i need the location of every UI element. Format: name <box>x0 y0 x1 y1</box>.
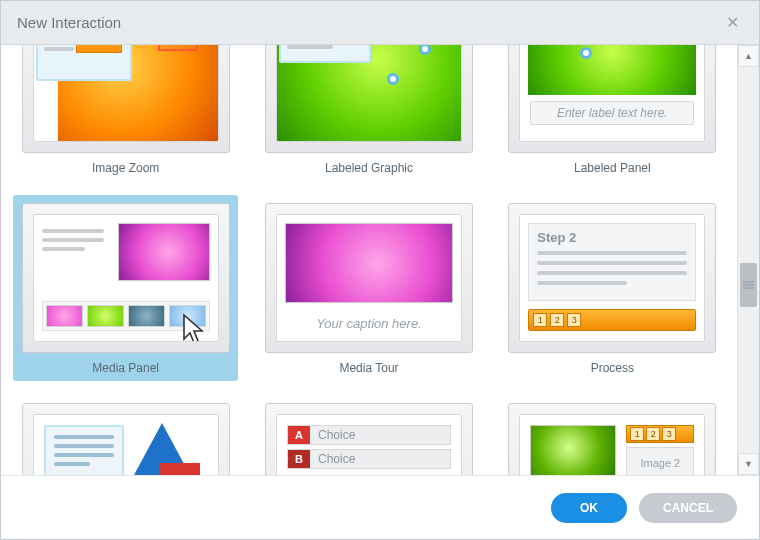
thumbnail <box>22 45 230 153</box>
dialog-footer: OK CANCEL <box>1 475 759 539</box>
scroll-thumb[interactable] <box>740 263 757 307</box>
thumbnail <box>22 403 230 475</box>
item-label: Image Zoom <box>92 161 159 175</box>
item-process[interactable]: Step 2 1 2 3 Process <box>500 195 725 381</box>
thumbnail: Enter label text here. <box>508 45 716 153</box>
new-interaction-dialog: New Interaction ✕ <box>0 0 760 540</box>
dialog-title: New Interaction <box>17 14 722 31</box>
item-label: Labeled Graphic <box>325 161 413 175</box>
scroll-up-button[interactable]: ▲ <box>738 45 759 67</box>
caption-placeholder: Your caption here. <box>277 316 461 331</box>
process-step-label: Step 2 <box>537 230 687 245</box>
item-labeled-graphic[interactable]: Labeled Graphic <box>256 45 481 181</box>
thumbnail: 1 2 3 Image 2 <box>508 403 716 475</box>
thumbnail <box>265 45 473 153</box>
thumbnail <box>22 203 230 353</box>
scroll-track[interactable] <box>738 67 759 453</box>
thumbnail: A Choice B Choice <box>265 403 473 475</box>
ok-button[interactable]: OK <box>551 493 627 523</box>
label-input-placeholder: Enter label text here. <box>530 101 694 125</box>
scroll-down-button[interactable]: ▼ <box>738 453 759 475</box>
titlebar: New Interaction ✕ <box>1 1 759 45</box>
item-label: Media Tour <box>339 361 398 375</box>
close-icon[interactable]: ✕ <box>722 9 743 36</box>
cancel-button[interactable]: CANCEL <box>639 493 737 523</box>
scrollbar[interactable]: ▲ ▼ <box>737 45 759 475</box>
cursor-icon <box>180 313 210 342</box>
thumbnail: Step 2 1 2 3 <box>508 203 716 353</box>
item-row3-c[interactable]: 1 2 3 Image 2 <box>500 395 725 475</box>
item-label: Labeled Panel <box>574 161 651 175</box>
item-label: Process <box>591 361 634 375</box>
item-image-zoom[interactable]: Image Zoom <box>13 45 238 181</box>
item-row3-b[interactable]: A Choice B Choice <box>256 395 481 475</box>
item-media-tour[interactable]: Your caption here. Media Tour <box>256 195 481 381</box>
item-labeled-panel[interactable]: Enter label text here. Labeled Panel <box>500 45 725 181</box>
thumbnail: Your caption here. <box>265 203 473 353</box>
item-label: Media Panel <box>92 361 159 375</box>
item-media-panel[interactable]: Media Panel <box>13 195 238 381</box>
interaction-gallery[interactable]: Image Zoom Labeled Graphic <box>1 45 737 475</box>
square-icon <box>160 463 200 475</box>
item-row3-a[interactable] <box>13 395 238 475</box>
content-area: Image Zoom Labeled Graphic <box>1 45 759 475</box>
